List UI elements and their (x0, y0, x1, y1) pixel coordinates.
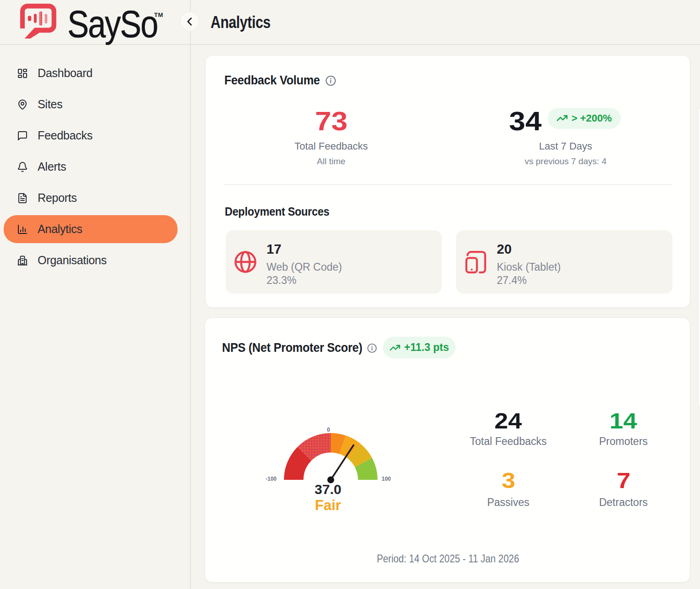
svg-text:0: 0 (327, 427, 330, 433)
svg-text:100: 100 (382, 476, 391, 482)
svg-text:-100: -100 (266, 476, 277, 482)
